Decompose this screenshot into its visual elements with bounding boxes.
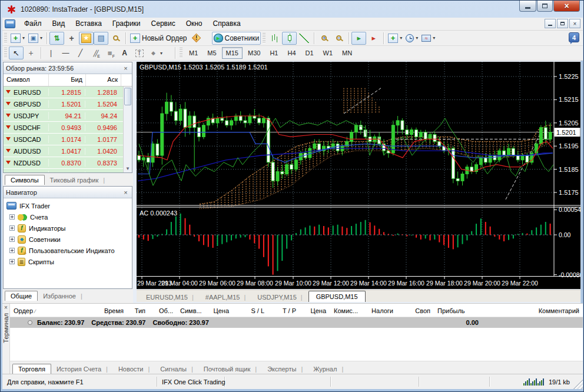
expand-icon[interactable] [9, 248, 15, 253]
strategy-tester-button[interactable] [108, 32, 123, 45]
terminal-tab-Почтовый ящик[interactable]: Почтовый ящик| [198, 364, 262, 374]
timeframe-H4[interactable]: H4 [283, 47, 300, 59]
balance-row[interactable]: Баланс: 230.97 Средства: 230.97 Свободно… [10, 317, 583, 328]
terminal-column-Своп[interactable]: Своп [397, 306, 434, 317]
mdi-close-button[interactable]: × [569, 19, 580, 28]
symbol-row[interactable]: USDCAD1.01741.0177 [4, 134, 123, 145]
candle-chart-mode-button[interactable] [282, 32, 297, 45]
toolbar-grip[interactable] [180, 48, 182, 58]
bar-chart-mode-button[interactable] [267, 32, 282, 45]
zoom-out-button[interactable]: − [331, 32, 346, 45]
terminal-column-Налоги[interactable]: Налоги [361, 306, 397, 317]
column-header-Бид[interactable]: Бид [49, 74, 86, 86]
tree-item-accounts[interactable]: Счета [6, 211, 132, 222]
scrollbar-down-icon[interactable] [124, 165, 131, 172]
menu-item-Справка[interactable]: Справка [208, 18, 246, 30]
crosshair-tool-button[interactable] [24, 46, 38, 59]
mdi-restore-button[interactable] [557, 19, 568, 28]
terminal-column-Цена[interactable]: Цена [300, 306, 330, 317]
tab-Общие[interactable]: Общие [5, 291, 38, 301]
timeframe-D1[interactable]: D1 [301, 47, 318, 59]
symbol-row[interactable]: USDJPY94.2194.24 [4, 110, 123, 122]
tick-chart-button[interactable] [49, 32, 64, 45]
timeframe-MN[interactable]: MN [338, 47, 356, 59]
terminal-column-Время[interactable]: Время [69, 306, 127, 317]
menu-item-Окно[interactable]: Окно [181, 18, 208, 30]
chart-tab-#AAPL,M15[interactable]: #AAPL,M15| [200, 293, 252, 302]
menu-item-Сервис[interactable]: Сервис [146, 18, 181, 30]
menu-item-Графики[interactable]: Графики [107, 18, 146, 30]
market-watch-close-icon[interactable] [122, 64, 130, 72]
label-tool-button[interactable] [132, 46, 147, 59]
resize-grip[interactable] [573, 380, 583, 389]
zoom-in-button[interactable]: + [317, 32, 331, 45]
new-order-button[interactable]: Новый Ордер [128, 32, 188, 45]
text-tool-button[interactable] [117, 46, 132, 59]
status-mode-text[interactable]: IFX One Click Trading [157, 377, 225, 387]
terminal-column-Прибыль[interactable]: Прибыль [434, 306, 469, 317]
terminal-close-icon[interactable] [3, 304, 9, 311]
title-bar[interactable]: 1020890: InstaTrader - [GBPUSD,M15] × [1, 1, 584, 18]
expand-icon[interactable] [9, 225, 15, 231]
line-chart-mode-button[interactable] [297, 32, 311, 45]
market-watch-toggle-button[interactable] [94, 32, 108, 45]
market-watch-scrollbar[interactable] [123, 87, 132, 172]
trendline-tool-button[interactable] [73, 46, 88, 59]
vertical-line-tool-button[interactable] [44, 46, 58, 59]
scrollbar-thumb[interactable] [124, 88, 131, 105]
tab-Тиковый график[interactable]: Тиковый график| [45, 175, 111, 185]
maximize-button[interactable] [537, 1, 553, 12]
timeframe-W1[interactable]: W1 [319, 47, 337, 59]
chart-tab-GBPUSD,M15[interactable]: GBPUSD,M15 [308, 291, 366, 302]
column-header-Аск[interactable]: Аск [86, 74, 121, 86]
menu-item-Вид[interactable]: Вид [47, 18, 71, 30]
tree-item-custom[interactable]: Пользовательские Индикато [6, 245, 132, 256]
symbol-row[interactable]: EURUSD1.28151.2818 [4, 87, 123, 98]
timeframe-H1[interactable]: H1 [266, 47, 282, 59]
horizontal-line-tool-button[interactable] [58, 46, 73, 59]
terminal-column-Об...[interactable]: Об... [149, 306, 177, 317]
menu-item-Файл[interactable]: Файл [19, 18, 47, 30]
expert-advisors-button[interactable]: Советники [212, 32, 261, 45]
expand-icon[interactable] [9, 259, 15, 264]
favorites-button[interactable] [79, 32, 94, 45]
terminal-tab-Новости[interactable]: Новости| [113, 364, 155, 374]
tree-item-adv[interactable]: Советники [6, 234, 132, 245]
chart-tab-EURUSD,M15[interactable]: EURUSD,M15| [140, 293, 200, 302]
templates-button[interactable] [420, 32, 437, 45]
terminal-column-Ордер[interactable]: Ордер∕ [10, 306, 69, 317]
toolbar-grip[interactable] [4, 48, 7, 58]
new-chart-button[interactable] [9, 32, 26, 45]
close-button[interactable]: × [553, 1, 580, 12]
terminal-tab-Торговля[interactable]: Торговля [12, 364, 51, 374]
profiles-button[interactable] [26, 32, 44, 45]
indicators-button[interactable] [386, 32, 404, 45]
mdi-minimize-button[interactable] [545, 19, 556, 28]
expand-icon[interactable] [9, 214, 15, 220]
terminal-column-Симв...[interactable]: Симв... [177, 306, 205, 317]
timeframe-M30[interactable]: M30 [244, 47, 264, 59]
tree-item-scripts[interactable]: Скрипты [6, 256, 132, 267]
chart-tab-USDJPY,M15[interactable]: USDJPY,M15| [251, 293, 308, 302]
terminal-column-Комис...[interactable]: Комис... [330, 306, 361, 317]
chart-shift-button[interactable] [366, 32, 381, 45]
auto-scroll-button[interactable] [351, 32, 366, 45]
tree-item-ind[interactable]: Индикаторы [6, 222, 132, 234]
tree-item-root[interactable]: IFX Trader [6, 200, 132, 211]
menu-item-Вставка[interactable]: Вставка [70, 18, 107, 30]
periods-button[interactable] [404, 32, 420, 45]
symbol-row[interactable]: EURJPY120.75120.78 [4, 169, 123, 172]
crosshair-cursor-button[interactable] [64, 32, 79, 45]
terminal-column-Цена[interactable]: Цена [205, 306, 233, 317]
toolbar-grip[interactable] [4, 33, 7, 44]
terminal-column-S / L[interactable]: S / L [233, 306, 268, 317]
notification-badge[interactable]: 4 [569, 32, 579, 42]
channel-tool-button[interactable] [88, 46, 102, 59]
timeframe-M5[interactable]: M5 [203, 47, 220, 59]
cursor-tool-button[interactable] [9, 46, 24, 59]
terminal-tab-История Счета[interactable]: История Счета| [51, 364, 113, 374]
symbol-row[interactable]: AUDUSD1.04171.0420 [4, 145, 123, 157]
symbol-row[interactable]: USDCHF0.94930.9496 [4, 122, 123, 134]
symbol-row[interactable]: GBPUSD1.52011.5204 [4, 98, 123, 110]
terminal-tab-Сигналы[interactable]: Сигналы| [155, 364, 198, 374]
